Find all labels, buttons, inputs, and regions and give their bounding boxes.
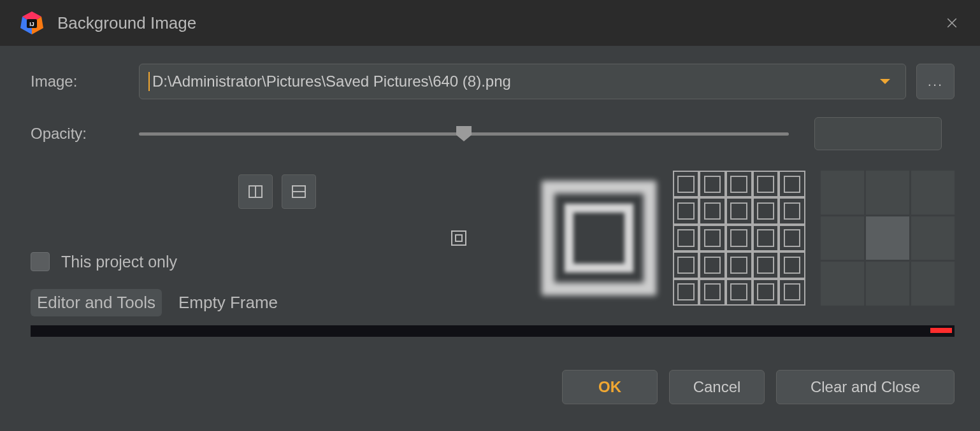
close-icon <box>946 17 958 29</box>
project-only-label: This project only <box>61 253 177 271</box>
opacity-slider-wrap <box>139 117 955 150</box>
close-button[interactable] <box>939 10 965 36</box>
tabs: Editor and Tools Empty Frame <box>31 283 366 316</box>
anchor-tl[interactable] <box>821 171 864 215</box>
tile-pattern-icon <box>673 171 805 306</box>
anchor-ml[interactable] <box>821 216 864 260</box>
svg-rect-12 <box>456 235 462 241</box>
preview-strip <box>31 325 955 337</box>
dialog-title: Background Image <box>57 13 926 33</box>
ok-button[interactable]: OK <box>562 370 658 404</box>
background-image-dialog: IJ Background Image Image: D:\Administra… <box>0 0 980 431</box>
options-row: This project only Editor and Tools Empty… <box>31 171 955 316</box>
svg-rect-11 <box>452 231 466 245</box>
tab-empty-frame[interactable]: Empty Frame <box>172 289 284 316</box>
flip-vertical-icon <box>291 183 307 200</box>
text-caret <box>148 72 150 91</box>
square-blur-icon <box>542 181 656 295</box>
dialog-buttons: OK Cancel Clear and Close <box>31 337 955 409</box>
opacity-value-input[interactable] <box>815 118 942 150</box>
browse-button[interactable]: ... <box>916 64 955 99</box>
svg-marker-6 <box>456 126 472 141</box>
tab-editor-and-tools[interactable]: Editor and Tools <box>31 289 162 316</box>
dropdown-arrow-icon[interactable] <box>872 79 898 84</box>
fill-tile-option[interactable] <box>672 171 807 306</box>
opacity-label: Opacity: <box>31 125 139 143</box>
clear-and-close-button[interactable]: Clear and Close <box>776 370 955 404</box>
opacity-row: Opacity: <box>31 117 955 150</box>
image-path-text: D:\Administrator\Pictures\Saved Pictures… <box>147 73 872 90</box>
anchor-bl[interactable] <box>821 262 864 306</box>
image-label: Image: <box>31 73 139 90</box>
anchor-tc[interactable] <box>866 171 909 215</box>
left-options: This project only Editor and Tools Empty… <box>31 171 366 316</box>
image-path-combo[interactable]: D:\Administrator\Pictures\Saved Pictures… <box>139 64 906 99</box>
anchor-br[interactable] <box>911 262 955 306</box>
anchor-center[interactable] <box>866 216 909 260</box>
titlebar: IJ Background Image <box>0 0 980 46</box>
anchor-tr[interactable] <box>911 171 955 215</box>
fill-options <box>391 171 807 316</box>
anchor-grid <box>821 171 955 306</box>
app-icon: IJ <box>19 10 45 36</box>
cancel-button[interactable]: Cancel <box>669 370 765 404</box>
svg-text:IJ: IJ <box>29 21 34 27</box>
dialog-content: Image: D:\Administrator\Pictures\Saved P… <box>0 46 980 431</box>
flip-horizontal-button[interactable] <box>238 174 273 209</box>
opacity-slider[interactable] <box>139 132 789 136</box>
fill-plain-option[interactable] <box>391 171 526 306</box>
flip-horizontal-icon <box>247 183 264 200</box>
opacity-spinner[interactable] <box>814 117 942 150</box>
square-small-icon <box>450 230 467 246</box>
project-only-checkbox[interactable] <box>31 252 50 271</box>
image-row: Image: D:\Administrator\Pictures\Saved P… <box>31 64 955 99</box>
anchor-mr[interactable] <box>911 216 955 260</box>
flip-buttons <box>31 174 366 209</box>
flip-vertical-button[interactable] <box>282 174 316 209</box>
project-only-row: This project only <box>31 220 366 271</box>
slider-thumb-icon[interactable] <box>455 125 473 143</box>
fill-scale-option[interactable] <box>531 171 667 306</box>
anchor-bc[interactable] <box>866 262 909 306</box>
